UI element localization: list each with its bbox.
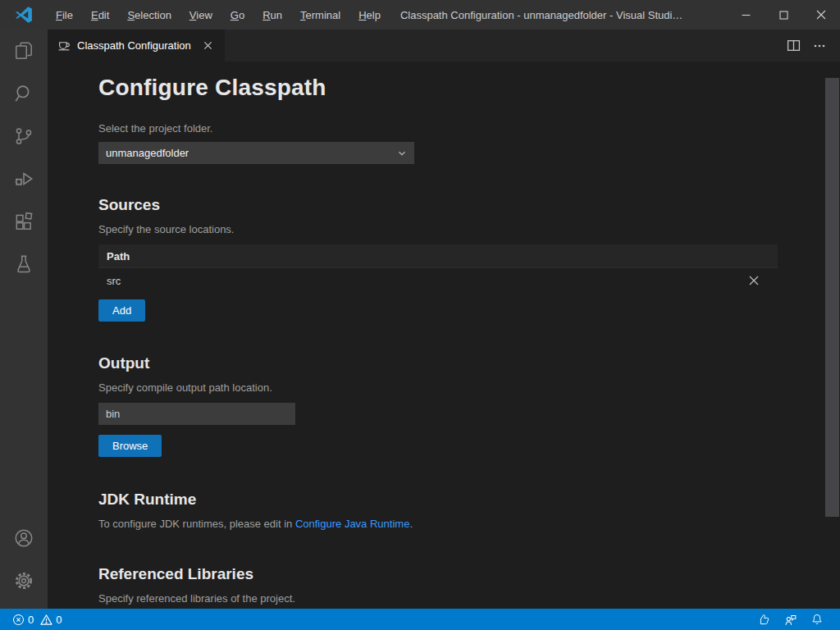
errors-count: 0 bbox=[28, 614, 34, 626]
minimize-button[interactable] bbox=[727, 0, 765, 30]
referenced-libraries-description: Specify referenced libraries of the proj… bbox=[98, 592, 812, 605]
project-folder-label: Select the project folder. bbox=[98, 122, 812, 135]
project-folder-selected: unmanagedfolder bbox=[106, 147, 396, 159]
settings-gear-icon[interactable] bbox=[0, 559, 48, 602]
classpath-configuration-webview: Configure Classpath Select the project f… bbox=[48, 62, 840, 609]
more-actions-icon[interactable] bbox=[809, 35, 830, 57]
sources-heading: Sources bbox=[98, 195, 812, 215]
referenced-libraries-heading: Referenced Libraries bbox=[98, 564, 812, 584]
run-debug-icon[interactable] bbox=[0, 158, 48, 200]
feedback-thumbsup-icon[interactable] bbox=[751, 609, 777, 630]
sources-description: Specify the source locations. bbox=[98, 223, 812, 235]
account-icon[interactable] bbox=[0, 517, 48, 559]
add-source-button[interactable]: Add bbox=[98, 299, 145, 322]
source-row[interactable]: src bbox=[98, 268, 778, 293]
menu-view[interactable]: View bbox=[181, 6, 221, 25]
scrollbar-slider[interactable] bbox=[825, 78, 839, 517]
output-description: Specify compile output path location. bbox=[98, 381, 812, 394]
maximize-button[interactable] bbox=[765, 0, 802, 30]
menu-bar: File Edit Selection View Go Run Terminal… bbox=[48, 6, 389, 25]
testing-icon[interactable] bbox=[0, 243, 48, 285]
share-feedback-icon[interactable] bbox=[777, 609, 804, 630]
vscode-window: File Edit Selection View Go Run Terminal… bbox=[0, 0, 840, 630]
menu-help[interactable]: Help bbox=[350, 6, 389, 25]
browse-output-button[interactable]: Browse bbox=[98, 435, 162, 457]
menu-edit[interactable]: Edit bbox=[83, 6, 117, 25]
tab-classpath-configuration[interactable]: Classpath Configuration bbox=[48, 30, 225, 62]
notifications-bell-icon[interactable] bbox=[804, 609, 830, 630]
vertical-scrollbar[interactable] bbox=[824, 62, 840, 609]
jdk-text-before: To configure JDK runtimes, please edit i… bbox=[98, 518, 295, 530]
source-path-value: src bbox=[107, 275, 745, 287]
warnings-icon bbox=[40, 614, 52, 626]
output-path-input[interactable] bbox=[98, 403, 295, 425]
menu-file[interactable]: File bbox=[48, 6, 81, 25]
tab-close-icon[interactable] bbox=[200, 38, 217, 54]
vscode-logo-icon bbox=[0, 6, 48, 24]
sources-table-header: Path bbox=[98, 244, 778, 268]
jdk-runtime-text: To configure JDK runtimes, please edit i… bbox=[98, 518, 812, 530]
close-window-button[interactable] bbox=[802, 0, 840, 30]
project-folder-dropdown[interactable]: unmanagedfolder bbox=[98, 142, 414, 164]
tab-label: Classpath Configuration bbox=[77, 39, 191, 52]
editor-actions bbox=[783, 30, 840, 62]
configure-java-runtime-link[interactable]: Configure Java Runtime bbox=[295, 518, 409, 530]
chevron-down-icon bbox=[396, 148, 408, 159]
menu-go[interactable]: Go bbox=[222, 6, 253, 25]
jdk-text-after: . bbox=[409, 518, 413, 530]
sources-table: Path src bbox=[98, 244, 778, 293]
split-editor-icon[interactable] bbox=[783, 35, 804, 57]
window-controls bbox=[727, 0, 840, 30]
remove-source-icon[interactable] bbox=[745, 272, 763, 290]
menu-run[interactable]: Run bbox=[254, 6, 290, 25]
warnings-count: 0 bbox=[56, 614, 62, 626]
source-control-icon[interactable] bbox=[0, 115, 48, 158]
window-title: Classpath Configuration - unmanagedfolde… bbox=[400, 9, 727, 21]
explorer-icon[interactable] bbox=[0, 30, 48, 72]
path-column-header: Path bbox=[107, 250, 130, 262]
errors-icon bbox=[12, 614, 25, 626]
java-cup-icon bbox=[57, 39, 71, 52]
status-bar: 0 0 bbox=[0, 609, 840, 630]
menu-terminal[interactable]: Terminal bbox=[292, 6, 349, 25]
problems-indicator[interactable]: 0 0 bbox=[10, 609, 64, 630]
title-bar: File Edit Selection View Go Run Terminal… bbox=[0, 0, 840, 30]
menu-selection[interactable]: Selection bbox=[119, 6, 179, 25]
editor-tab-bar: Classpath Configuration bbox=[48, 30, 840, 62]
extensions-icon[interactable] bbox=[0, 200, 48, 243]
output-heading: Output bbox=[98, 354, 812, 373]
search-icon[interactable] bbox=[0, 72, 48, 115]
activity-bar bbox=[0, 30, 48, 609]
jdk-runtime-heading: JDK Runtime bbox=[98, 490, 812, 509]
page-title: Configure Classpath bbox=[98, 75, 812, 101]
